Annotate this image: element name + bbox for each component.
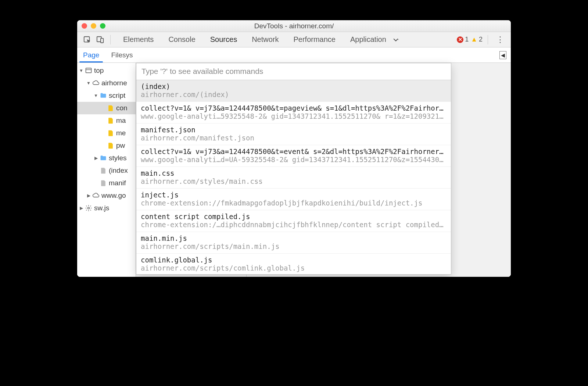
folder-icon bbox=[99, 92, 107, 99]
tree-item[interactable]: ▼script bbox=[77, 89, 136, 102]
tab-application[interactable]: Application bbox=[343, 35, 394, 44]
tree-item[interactable]: con bbox=[77, 102, 136, 114]
main-toolbar: ElementsConsoleSourcesNetworkPerformance… bbox=[77, 32, 511, 47]
tree-item[interactable]: ▼top bbox=[77, 64, 136, 77]
command-result[interactable]: (index)airhorner.com/(index) bbox=[136, 80, 451, 102]
sources-subbar: PageFilesys ◀ bbox=[77, 47, 511, 63]
jsfile-icon bbox=[107, 117, 115, 124]
window-icon bbox=[85, 67, 93, 74]
result-subtitle: www.google-analyti…d=UA-59325548-2&_gid=… bbox=[141, 156, 447, 164]
result-subtitle: airhorner.com/scripts/main.min.js bbox=[141, 242, 447, 250]
tab-elements[interactable]: Elements bbox=[116, 35, 161, 44]
more-tabs-icon[interactable] bbox=[397, 36, 407, 43]
separator bbox=[488, 35, 488, 44]
subtab-page[interactable]: Page bbox=[77, 47, 105, 62]
tree-item[interactable]: ▶www.go bbox=[77, 189, 136, 202]
chevron-right-icon[interactable]: ▶ bbox=[86, 193, 91, 198]
result-title: inject.js bbox=[141, 191, 447, 199]
tree-item[interactable]: ▶sw.js bbox=[77, 202, 136, 214]
result-subtitle: airhorner.com/styles/main.css bbox=[141, 177, 447, 185]
command-result[interactable]: inject.jschrome-extension://fmkadmapgofa… bbox=[136, 189, 451, 210]
tree-item[interactable]: pw bbox=[77, 139, 136, 152]
svg-rect-2 bbox=[101, 38, 103, 43]
result-subtitle: airhorner.com/(index) bbox=[141, 90, 447, 99]
tree-item[interactable]: manif bbox=[77, 177, 136, 189]
inspect-icon[interactable] bbox=[82, 36, 92, 44]
tree-item-label: manif bbox=[109, 179, 126, 187]
menu-icon[interactable]: ⋮ bbox=[493, 35, 507, 44]
warning-icon: ▲ bbox=[471, 36, 477, 43]
chevron-right-icon[interactable]: ▶ bbox=[79, 205, 84, 211]
jsfile-icon bbox=[107, 142, 115, 149]
svg-point-5 bbox=[88, 207, 90, 209]
command-input[interactable] bbox=[136, 63, 451, 80]
result-subtitle: chrome-extension:/…diphcddnnabmjcihcjfbh… bbox=[141, 221, 447, 229]
result-subtitle: airhorner.com/manifest.json bbox=[141, 134, 447, 142]
command-result[interactable]: main.min.jsairhorner.com/scripts/main.mi… bbox=[136, 232, 451, 254]
tree-item[interactable]: ▶styles bbox=[77, 152, 136, 164]
subtab-filesys[interactable]: Filesys bbox=[105, 47, 139, 62]
warning-count[interactable]: ▲ 2 bbox=[471, 36, 483, 43]
result-subtitle: chrome-extension://fmkadmapgofadopljbjfk… bbox=[141, 199, 447, 207]
toggle-drawer-icon[interactable]: ◀ bbox=[499, 51, 506, 59]
tab-network[interactable]: Network bbox=[244, 35, 286, 44]
command-result[interactable]: main.cssairhorner.com/styles/main.css bbox=[136, 167, 451, 189]
result-title: main.css bbox=[141, 169, 447, 177]
tab-performance[interactable]: Performance bbox=[286, 35, 343, 44]
tree-item-label: ma bbox=[116, 117, 126, 125]
chevron-down-icon[interactable]: ▼ bbox=[79, 68, 84, 73]
command-results: (index)airhorner.com/(index)collect?v=1&… bbox=[136, 80, 451, 274]
command-menu: (index)airhorner.com/(index)collect?v=1&… bbox=[136, 63, 451, 275]
panel-body: PageFilesys ◀ ▼top▼airhorne▼scriptconmam… bbox=[77, 47, 511, 277]
tree-item-label: script bbox=[109, 92, 125, 100]
tree-item-label: pw bbox=[116, 142, 125, 150]
cloud-icon bbox=[92, 79, 100, 87]
result-title: comlink.global.js bbox=[141, 256, 447, 264]
chevron-down-icon[interactable]: ▼ bbox=[93, 93, 98, 98]
result-title: collect?v=1&_v=j73&a=1244478500&t=pagevi… bbox=[141, 104, 447, 112]
result-title: content_script_compiled.js bbox=[141, 212, 447, 221]
tree-item-label: www.go bbox=[101, 192, 126, 200]
tree-item-label: con bbox=[116, 104, 128, 112]
tree-item[interactable]: ▼airhorne bbox=[77, 77, 136, 89]
tree-item-label: (index bbox=[109, 167, 128, 175]
tab-sources[interactable]: Sources bbox=[203, 35, 244, 44]
jsfile-icon bbox=[107, 129, 115, 137]
tree-item[interactable]: ma bbox=[77, 114, 136, 127]
chevron-right-icon[interactable]: ▶ bbox=[93, 156, 98, 161]
tree-item-label: airhorne bbox=[101, 79, 127, 87]
result-title: collect?v=1&_v=j73&a=1244478500&t=event&… bbox=[141, 147, 447, 156]
tree-item-label: styles bbox=[109, 154, 127, 162]
error-icon: ✕ bbox=[457, 36, 463, 43]
tab-console[interactable]: Console bbox=[161, 35, 202, 44]
device-icon[interactable] bbox=[96, 36, 105, 44]
devtools-window: DevTools - airhorner.com/ ElementsConsol… bbox=[77, 20, 511, 277]
result-subtitle: www.google-analyti…59325548-2&_gid=13437… bbox=[141, 112, 447, 120]
tree-item-label: sw.js bbox=[94, 204, 109, 212]
file-tree: ▼top▼airhorne▼scriptconmamepw▶styles(ind… bbox=[77, 63, 136, 277]
svg-rect-3 bbox=[86, 68, 92, 73]
command-result[interactable]: comlink.global.jsairhorner.com/scripts/c… bbox=[136, 254, 451, 274]
titlebar: DevTools - airhorner.com/ bbox=[77, 20, 511, 32]
command-result[interactable]: collect?v=1&_v=j73&a=1244478500&t=event&… bbox=[136, 145, 451, 167]
tree-item-label: top bbox=[94, 67, 104, 75]
doc-icon bbox=[99, 179, 107, 187]
result-title: (index) bbox=[141, 82, 447, 90]
tree-item[interactable]: me bbox=[77, 127, 136, 139]
jsfile-icon bbox=[107, 104, 115, 112]
folder-icon bbox=[99, 154, 107, 162]
tree-item[interactable]: (index bbox=[77, 164, 136, 177]
tree-item-label: me bbox=[116, 129, 126, 137]
separator bbox=[110, 35, 111, 44]
cloud-icon bbox=[92, 192, 100, 199]
error-count[interactable]: ✕ 1 bbox=[457, 36, 469, 43]
result-subtitle: airhorner.com/scripts/comlink.global.js bbox=[141, 264, 447, 272]
command-result[interactable]: manifest.jsonairhorner.com/manifest.json bbox=[136, 124, 451, 145]
result-title: main.min.js bbox=[141, 234, 447, 242]
result-title: manifest.json bbox=[141, 126, 447, 134]
chevron-down-icon[interactable]: ▼ bbox=[86, 81, 91, 86]
command-result[interactable]: content_script_compiled.jschrome-extensi… bbox=[136, 210, 451, 232]
window-title: DevTools - airhorner.com/ bbox=[77, 22, 511, 30]
command-result[interactable]: collect?v=1&_v=j73&a=1244478500&t=pagevi… bbox=[136, 102, 451, 124]
doc-icon bbox=[99, 167, 107, 174]
